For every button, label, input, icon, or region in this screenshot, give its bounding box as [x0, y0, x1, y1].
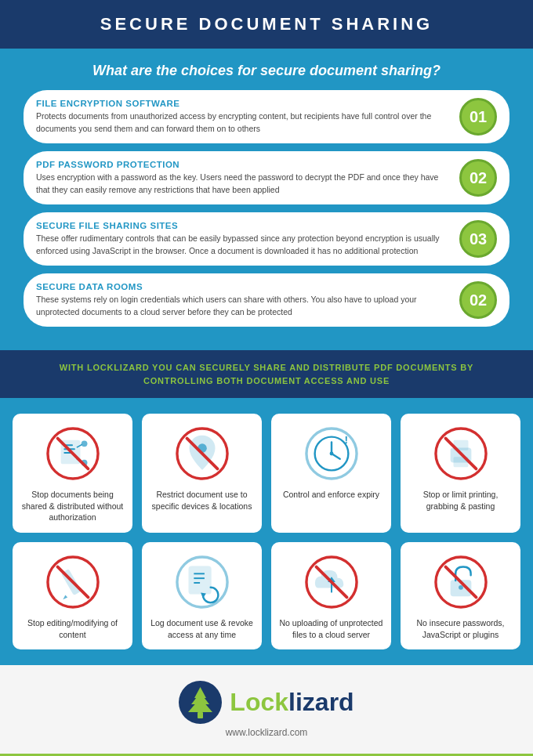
page-header: SECURE DOCUMENT SHARING: [0, 0, 533, 49]
choices-list: FILE ENCRYPTION SOFTWARE Protects docume…: [24, 90, 509, 327]
choice-desc: Protects documents from unauthorized acc…: [36, 110, 450, 134]
choice-number: 02: [459, 159, 497, 197]
choice-text: SECURE FILE SHARING SITES These offer ru…: [36, 221, 450, 256]
logo: Locklizard: [179, 681, 354, 724]
feature-label: Restrict document use to specific device…: [150, 489, 254, 512]
choice-text: SECURE DATA ROOMS These systems rely on …: [36, 282, 450, 317]
feature-icon-no-lock: [433, 555, 488, 610]
choice-title: FILE ENCRYPTION SOFTWARE: [36, 99, 450, 108]
choice-item: PDF PASSWORD PROTECTION Uses encryption …: [24, 151, 509, 204]
feature-label: Log document use & revoke access at any …: [150, 617, 254, 640]
feature-card: No uploading of unprotected files to a c…: [271, 542, 391, 649]
choice-title: SECURE DATA ROOMS: [36, 282, 450, 291]
feature-label: Control and enforce expiry: [283, 489, 379, 501]
feature-icon-no-share: [45, 426, 100, 481]
feature-label: Stop or limit printing, grabbing & pasti…: [408, 489, 513, 512]
choice-item: SECURE FILE SHARING SITES These offer ru…: [24, 212, 509, 266]
feature-icon-no-print: [433, 426, 488, 481]
choice-number: 03: [459, 220, 497, 258]
svg-point-17: [329, 452, 333, 456]
svg-marker-33: [201, 593, 206, 599]
choice-text: FILE ENCRYPTION SOFTWARE Protects docume…: [36, 99, 450, 134]
feature-label: Stop editing/modifying of content: [20, 617, 125, 640]
feature-card: No insecure passwords, JavaScript or plu…: [401, 542, 520, 649]
feature-label: No uploading of unprotected files to a c…: [279, 617, 383, 640]
footer-url: www.locklizard.com: [226, 727, 308, 738]
logo-lizard: lizard: [288, 688, 354, 716]
logo-lock: Lock: [230, 688, 288, 716]
feature-icon-no-cloud: [304, 555, 359, 610]
svg-point-5: [81, 440, 87, 447]
feature-label: Stop documents being shared & distribute…: [20, 489, 125, 523]
choice-title: SECURE FILE SHARING SITES: [36, 221, 450, 230]
feature-card: Log document use & revoke access at any …: [142, 542, 262, 649]
choice-title: PDF PASSWORD PROTECTION: [36, 160, 450, 169]
svg-rect-46: [198, 712, 203, 718]
feature-card: Stop documents being shared & distribute…: [13, 414, 132, 533]
blue-section: What are the choices for secure document…: [0, 49, 533, 350]
choice-item: SECURE DATA ROOMS These systems rely on …: [24, 273, 509, 327]
logo-text: Locklizard: [230, 688, 354, 717]
svg-rect-29: [189, 567, 210, 594]
logo-icon: [179, 681, 222, 724]
feature-icon-log-access: [175, 555, 230, 610]
feature-icon-expiry-clock: !: [304, 426, 359, 481]
page-title: SECURE DOCUMENT SHARING: [16, 14, 517, 34]
feature-icon-no-edit: [45, 555, 100, 610]
choice-item: FILE ENCRYPTION SOFTWARE Protects docume…: [24, 90, 509, 143]
choice-desc: Uses encryption with a password as the k…: [36, 172, 450, 195]
banner-text: WITH LOCKLIZARD YOU CAN SECURELY SHARE A…: [24, 361, 509, 387]
feature-card: Stop or limit printing, grabbing & pasti…: [401, 414, 520, 533]
choice-number: 02: [459, 281, 497, 319]
feature-card: ! Control and enforce expiry: [271, 414, 391, 533]
feature-icon-no-location: [175, 426, 230, 481]
feature-label: No insecure passwords, JavaScript or plu…: [408, 617, 513, 640]
feature-card: Stop editing/modifying of content: [13, 542, 132, 649]
svg-marker-26: [63, 595, 67, 600]
choice-desc: These systems rely on login credentials …: [36, 294, 450, 317]
svg-text:!: !: [344, 434, 348, 446]
feature-card: Restrict document use to specific device…: [142, 414, 262, 533]
section-question: What are the choices for secure document…: [24, 63, 509, 79]
choice-number: 01: [459, 98, 497, 136]
footer: Locklizard www.locklizard.com: [0, 665, 533, 754]
features-section: Stop documents being shared & distribute…: [0, 398, 533, 665]
choice-desc: These offer rudimentary controls that ca…: [36, 233, 450, 256]
choice-text: PDF PASSWORD PROTECTION Uses encryption …: [36, 160, 450, 195]
middle-banner: WITH LOCKLIZARD YOU CAN SECURELY SHARE A…: [0, 350, 533, 398]
features-grid: Stop documents being shared & distribute…: [13, 414, 520, 649]
